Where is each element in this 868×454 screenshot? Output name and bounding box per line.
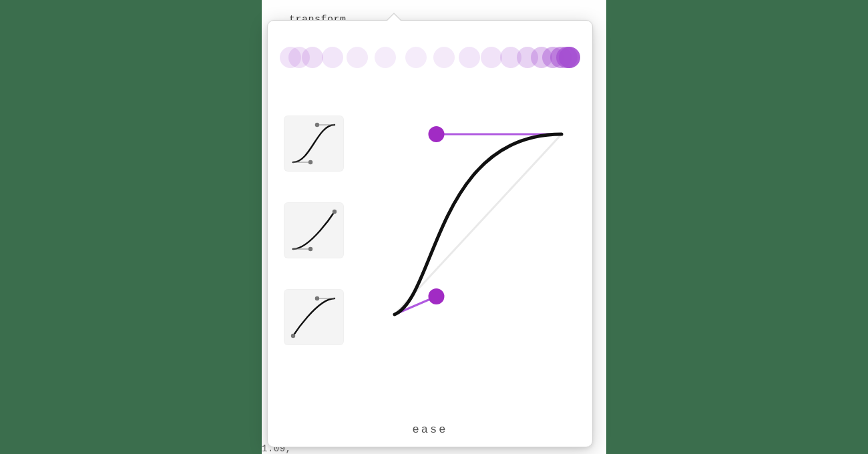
svg-point-3 — [308, 160, 312, 164]
preview-ball — [302, 47, 323, 68]
preset-list — [284, 116, 348, 376]
preset-ease-in-out[interactable] — [284, 116, 344, 172]
svg-point-8 — [333, 210, 337, 214]
preview-ball — [405, 47, 427, 68]
easing-preview-strip — [280, 39, 580, 75]
preset-ease-in[interactable] — [284, 202, 344, 258]
preview-ball — [459, 47, 480, 68]
svg-point-12 — [315, 296, 319, 300]
current-curve-name: ease — [268, 423, 592, 436]
svg-line-13 — [395, 134, 562, 314]
bezier-editor-popover: ease — [267, 20, 593, 447]
preview-ball — [347, 47, 368, 68]
stage-panel: transform 350ms ease; 1.09, — [262, 0, 606, 454]
preview-ball — [322, 47, 343, 68]
bezier-handle-1[interactable] — [429, 288, 445, 304]
svg-point-11 — [291, 334, 295, 338]
preview-ball — [375, 47, 396, 68]
preset-ease-out[interactable] — [284, 289, 344, 345]
svg-point-4 — [315, 123, 319, 127]
bezier-curve-editor[interactable] — [388, 128, 568, 321]
preview-ball — [559, 47, 580, 68]
css-transition-line: transform 350ms ease; — [264, 0, 347, 13]
svg-point-7 — [308, 247, 312, 251]
bezier-handle-2[interactable] — [429, 126, 445, 142]
preview-ball — [433, 47, 455, 68]
preview-ball — [481, 47, 502, 68]
